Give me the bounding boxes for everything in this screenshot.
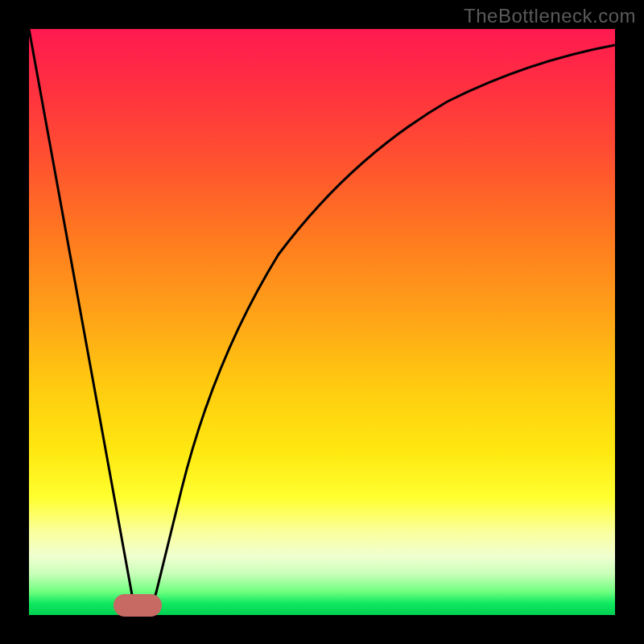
optimum-marker (114, 594, 162, 617)
plot-area (29, 29, 615, 615)
watermark-text: TheBottleneck.com (464, 5, 636, 27)
bottleneck-curve (29, 29, 615, 609)
chart-frame: TheBottleneck.com (0, 0, 644, 644)
curve-svg (29, 29, 615, 615)
